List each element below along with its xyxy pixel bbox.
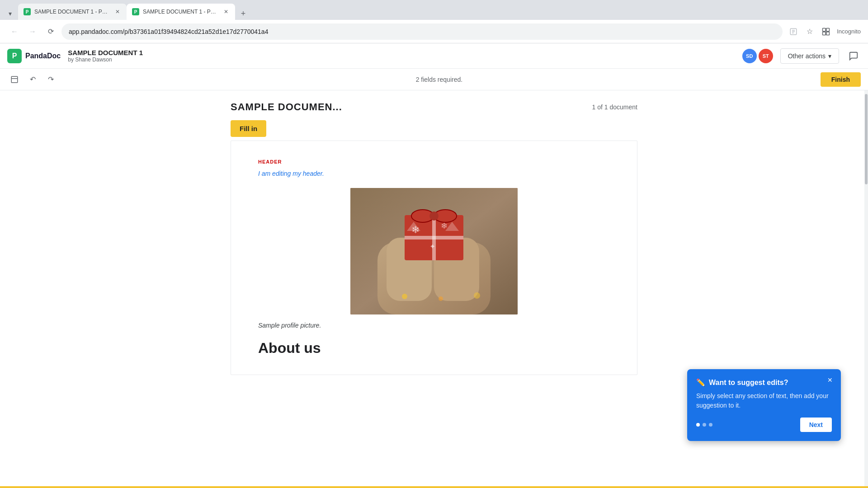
- other-actions-label: Other actions: [788, 52, 826, 60]
- tab-dropdown[interactable]: ▾: [4, 7, 16, 20]
- address-url: app.pandadoc.com/p/b37361a01f39494824cd2…: [69, 28, 268, 35]
- incognito-label: Incognito: [837, 28, 861, 35]
- chat-icon[interactable]: [846, 49, 861, 63]
- tab1-close[interactable]: ✕: [114, 8, 121, 15]
- svg-point-27: [474, 292, 480, 299]
- avatar-group: SD ST: [742, 49, 773, 63]
- pandadoc-logo[interactable]: P PandaDoc: [7, 49, 61, 63]
- new-tab-button[interactable]: +: [237, 7, 250, 20]
- fields-required-text: 2 fields required.: [61, 76, 817, 83]
- doc-title: SAMPLE DOCUMENT 1: [68, 49, 143, 56]
- suggest-close-button[interactable]: ✕: [825, 375, 835, 385]
- redo-button[interactable]: ↷: [43, 72, 58, 87]
- svg-rect-8: [11, 76, 18, 83]
- profile-image: ❄ ✦ ❄: [350, 188, 518, 314]
- tab2-close[interactable]: ✕: [222, 8, 230, 15]
- svg-rect-4: [823, 28, 826, 31]
- pencil-icon: ✏️: [696, 378, 705, 387]
- scrollbar-thumb[interactable]: [865, 94, 868, 184]
- header-text: I am editing my header.: [258, 170, 610, 177]
- next-button[interactable]: Next: [800, 418, 832, 432]
- reader-mode-icon[interactable]: [786, 24, 801, 39]
- dot-2: [703, 423, 706, 427]
- logo-text: PandaDoc: [25, 52, 61, 60]
- chevron-down-icon: ▾: [828, 52, 831, 60]
- browser-tab-2[interactable]: P SAMPLE DOCUMENT 1 - Panda... ✕: [127, 4, 235, 20]
- svg-rect-7: [826, 32, 830, 35]
- profile-icon[interactable]: [819, 24, 833, 39]
- suggest-title: ✏️ Want to suggest edits?: [696, 378, 832, 387]
- document-view-icon[interactable]: [7, 72, 22, 87]
- refresh-button[interactable]: ⟳: [43, 24, 58, 39]
- tab2-title: SAMPLE DOCUMENT 1 - Panda...: [143, 9, 219, 15]
- image-caption: Sample profile picture.: [258, 322, 610, 329]
- doc-info: SAMPLE DOCUMENT 1 by Shane Dawson: [68, 49, 143, 63]
- avatar-st: ST: [759, 49, 773, 63]
- undo-button[interactable]: ↶: [25, 72, 40, 87]
- fill-in-button[interactable]: Fill in: [231, 120, 266, 137]
- about-heading: About us: [258, 340, 610, 357]
- tab2-favicon: P: [132, 8, 139, 15]
- bookmark-icon[interactable]: ☆: [802, 24, 817, 39]
- bottom-accent-bar: [0, 486, 868, 488]
- scrollbar[interactable]: [864, 90, 868, 486]
- doc-author: by Shane Dawson: [68, 56, 143, 63]
- svg-point-26: [439, 296, 443, 301]
- suggest-edits-popup: ✕ ✏️ Want to suggest edits? Simply selec…: [687, 369, 841, 441]
- document-main-title: SAMPLE DOCUMEN...: [231, 101, 342, 113]
- logo-icon: P: [7, 49, 22, 63]
- document-card: HEADER I am editing my header.: [231, 141, 637, 375]
- tab1-title: SAMPLE DOCUMENT 1 - Panda...: [34, 9, 110, 15]
- suggest-body: Simply select any section of text, then …: [696, 391, 832, 410]
- forward-button[interactable]: →: [25, 24, 40, 39]
- finish-button[interactable]: Finish: [821, 72, 861, 87]
- document-count: 1 of 1 document: [592, 103, 637, 111]
- svg-point-19: [429, 211, 439, 221]
- back-button[interactable]: ←: [7, 24, 22, 39]
- pagination-dots: [696, 423, 712, 427]
- other-actions-button[interactable]: Other actions ▾: [780, 48, 839, 64]
- address-bar-input[interactable]: app.pandadoc.com/p/b37361a01f39494824cd2…: [61, 23, 783, 40]
- tab1-favicon: P: [24, 8, 31, 15]
- svg-rect-5: [826, 28, 830, 31]
- svg-rect-6: [823, 32, 826, 35]
- dot-1: [696, 423, 700, 427]
- svg-text:❄: ❄: [441, 221, 448, 230]
- dot-3: [709, 423, 712, 427]
- avatar-sd: SD: [742, 49, 757, 63]
- header-section-label: HEADER: [258, 159, 610, 164]
- svg-point-25: [402, 294, 407, 299]
- browser-tab-1[interactable]: P SAMPLE DOCUMENT 1 - Panda... ✕: [18, 4, 127, 20]
- svg-text:✦: ✦: [429, 243, 435, 250]
